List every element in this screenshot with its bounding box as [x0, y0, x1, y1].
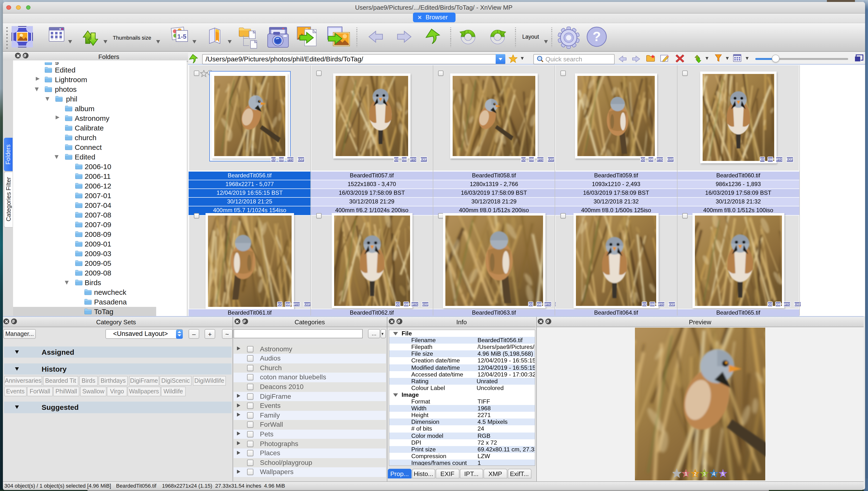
svg-text:3: 3: [703, 471, 706, 476]
svg-text:5: 5: [722, 471, 724, 476]
svg-text:1: 1: [684, 471, 688, 476]
svg-text:4: 4: [712, 471, 715, 476]
svg-text:1-5: 1-5: [177, 33, 187, 40]
svg-text:?: ?: [593, 29, 601, 44]
svg-text:2: 2: [694, 471, 697, 476]
